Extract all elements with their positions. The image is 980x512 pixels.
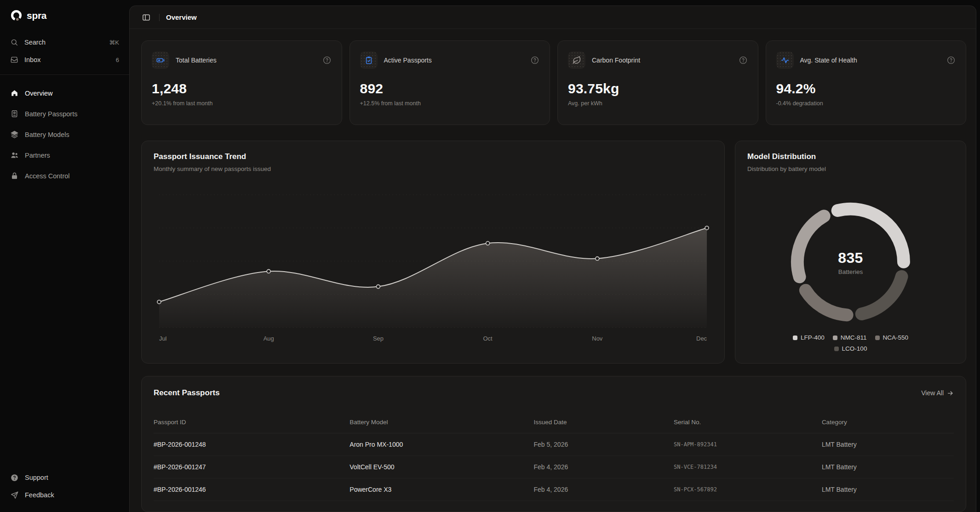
battery-icon xyxy=(156,56,165,65)
sidebar-item-inbox[interactable]: Inbox 6 xyxy=(10,51,119,68)
legend-item-lfp-400: LFP-400 xyxy=(793,334,825,341)
column-header: Category xyxy=(822,412,954,433)
users-icon xyxy=(10,151,19,159)
legend-swatch xyxy=(875,336,880,340)
sidebar-item-label: Support xyxy=(25,474,48,481)
sidebar-item-battery-models[interactable]: Battery Models xyxy=(10,124,119,145)
distribution-title: Model Distribution xyxy=(747,152,954,161)
help-icon[interactable] xyxy=(739,56,748,65)
svg-text:Aug: Aug xyxy=(264,335,274,342)
legend-label: LFP-400 xyxy=(801,334,825,341)
donut-rings xyxy=(747,174,954,330)
passports-table: Passport ID Battery Model Issued Date Se… xyxy=(154,412,954,501)
table-cell: PowerCore X3 xyxy=(350,478,533,501)
nav-item-label: Access Control xyxy=(25,172,70,180)
sidebar-item-feedback[interactable]: Feedback xyxy=(10,486,119,504)
table-row[interactable]: #BP-2026-001247VoltCell EV-500Feb 4, 202… xyxy=(154,456,954,478)
passport-icon xyxy=(10,109,19,118)
legend-swatch xyxy=(834,347,839,351)
stat-icon-chip xyxy=(776,51,794,69)
table-cell: Feb 5, 2026 xyxy=(533,433,674,456)
stat-icon-chip xyxy=(360,51,378,69)
legend-label: NCA-550 xyxy=(883,334,909,341)
table-cell: LMT Battery xyxy=(822,456,954,478)
svg-text:Nov: Nov xyxy=(592,335,603,342)
stat-value: 1,248 xyxy=(152,81,332,97)
page-title: Overview xyxy=(166,13,197,21)
legend-item-nca-550: NCA-550 xyxy=(875,334,909,341)
sidebar-item-battery-passports[interactable]: Battery Passports xyxy=(10,103,119,124)
table-cell: Feb 4, 2026 xyxy=(533,478,674,501)
nav-item-label: Overview xyxy=(25,90,52,97)
panel-left-icon xyxy=(142,13,151,22)
legend-label: NMC-811 xyxy=(841,334,867,341)
help-icon[interactable] xyxy=(530,56,539,65)
table-row[interactable]: #BP-2026-001246PowerCore X3Feb 4, 2026SN… xyxy=(154,478,954,501)
recent-passports-card: Recent Passports View All Passport ID Ba… xyxy=(141,376,966,512)
stat-value: 892 xyxy=(360,81,540,97)
arrow-right-icon xyxy=(947,390,954,397)
keyboard-shortcut: ⌘K xyxy=(109,39,119,46)
sidebar-item-access-control[interactable]: Access Control xyxy=(10,165,119,186)
table-cell: #BP-2026-001248 xyxy=(154,433,350,456)
lock-icon xyxy=(10,171,19,180)
sidebar-item-search[interactable]: Search ⌘K xyxy=(10,34,119,51)
donut-chart[interactable]: 835 Batteries xyxy=(747,174,954,330)
view-all-link[interactable]: View All xyxy=(921,389,954,397)
trend-title: Passport Issuance Trend xyxy=(154,152,712,161)
home-icon xyxy=(10,89,19,97)
table-cell: SN-PCX-567892 xyxy=(674,478,822,501)
sidebar-item-label: Search xyxy=(24,39,46,46)
sidebar-footer: Support Feedback xyxy=(10,469,119,504)
table-cell: Feb 4, 2026 xyxy=(533,456,674,478)
stat-subtext: -0.4% degradation xyxy=(776,100,956,107)
stat-title: Avg. State of Health xyxy=(800,57,940,64)
trend-card: Passport Issuance Trend Monthly summary … xyxy=(141,141,725,364)
stat-subtext: +12.5% from last month xyxy=(360,100,540,107)
inbox-count-badge: 6 xyxy=(116,57,119,63)
help-icon[interactable] xyxy=(322,56,332,65)
svg-text:Jul: Jul xyxy=(159,335,167,342)
legend-item-nmc-811: NMC-811 xyxy=(833,334,867,341)
sidebar-toggle-button[interactable] xyxy=(140,11,153,24)
top-bar: Overview xyxy=(130,6,976,29)
sidebar-item-support[interactable]: Support xyxy=(10,469,119,486)
stat-value: 93.75kg xyxy=(568,81,748,97)
sidebar-nav: Overview Battery Passports Battery Model… xyxy=(10,83,119,186)
sidebar: spra Search ⌘K Inbox 6 xyxy=(0,0,129,512)
brand-name: spra xyxy=(27,10,46,21)
table-row[interactable]: #BP-2026-001248Aron Pro MX-1000Feb 5, 20… xyxy=(154,433,954,456)
table-cell: VoltCell EV-500 xyxy=(350,456,533,478)
brand-logo[interactable]: spra xyxy=(10,8,119,22)
charts-row: Passport Issuance Trend Monthly summary … xyxy=(141,141,966,364)
stat-subtext: Avg. per kWh xyxy=(568,100,748,107)
search-icon xyxy=(10,38,18,46)
stat-card-state-of-health: Avg. State of Health 94.2% -0.4% degrada… xyxy=(766,40,967,125)
nav-item-label: Battery Models xyxy=(25,131,69,138)
table-cell: #BP-2026-001247 xyxy=(154,456,350,478)
table-cell: SN-APM-892341 xyxy=(674,433,822,456)
distribution-subtitle: Distribution by battery model xyxy=(747,165,954,172)
layers-icon xyxy=(10,130,19,139)
stat-icon-chip xyxy=(568,51,585,69)
nav-item-label: Partners xyxy=(25,152,50,159)
passports-table-body: #BP-2026-001248Aron Pro MX-1000Feb 5, 20… xyxy=(154,433,954,501)
stat-title: Carbon Footprint xyxy=(592,57,732,64)
stat-icon-chip xyxy=(152,51,169,69)
sidebar-item-partners[interactable]: Partners xyxy=(10,145,119,165)
sidebar-item-overview[interactable]: Overview xyxy=(10,83,119,103)
legend-item-lco-100: LCO-100 xyxy=(834,345,867,352)
area-chart[interactable]: JulAugSepOctNovDec xyxy=(154,179,712,350)
svg-text:Dec: Dec xyxy=(696,335,707,342)
column-header: Battery Model xyxy=(350,412,533,433)
legend-swatch xyxy=(833,336,837,340)
sidebar-item-label: Feedback xyxy=(25,491,54,499)
table-cell: #BP-2026-001246 xyxy=(154,478,350,501)
stat-subtext: +20.1% from last month xyxy=(152,100,332,107)
table-cell: SN-VCE-781234 xyxy=(674,456,822,478)
trend-subtitle: Monthly summary of new passports issued xyxy=(154,165,712,172)
activity-icon xyxy=(780,56,790,65)
svg-text:Oct: Oct xyxy=(483,335,493,342)
help-circle-icon xyxy=(10,473,19,482)
help-icon[interactable] xyxy=(946,56,956,65)
